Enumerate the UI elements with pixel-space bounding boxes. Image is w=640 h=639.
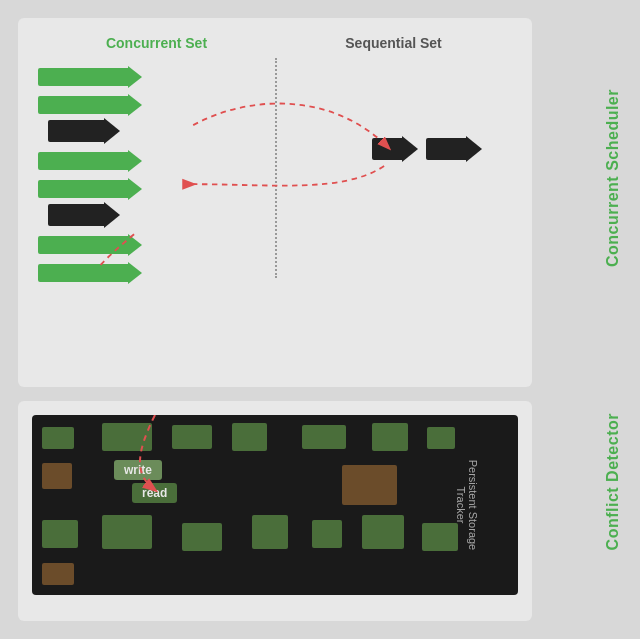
concurrent-scheduler-label: Concurrent Scheduler [604,89,622,287]
conflict-detector-label: Conflict Detector [604,393,622,550]
storage-block-brown-3 [42,563,74,585]
storage-block-4 [232,423,267,451]
black-arrow-right-2 [426,136,482,162]
read-label: read [132,483,177,503]
storage-block-brown-1 [42,463,72,489]
storage-block-7 [427,427,455,449]
main-container: Concurrent Set Sequential Set [0,0,640,639]
black-arrow-1 [48,118,142,144]
storage-block-8 [42,520,78,548]
storage-block-3 [172,425,212,449]
storage-block-1 [42,427,74,449]
green-arrow-2 [38,94,142,116]
sequential-set-label: Sequential Set [345,35,441,51]
storage-block-9 [102,515,152,549]
storage-block-10 [182,523,222,551]
black-arrow-2 [48,202,142,228]
storage-block-13 [362,515,404,549]
bottom-panel: write read Persistent Storage Tracker [18,401,532,621]
storage-block-2 [102,423,152,451]
concurrent-set-label: Concurrent Set [106,35,207,51]
top-panel: Concurrent Set Sequential Set [18,18,532,387]
persistent-storage-label: Persistent Storage Tracker [455,460,479,551]
storage-block-brown-2 [342,465,397,505]
green-arrow-4 [38,178,142,200]
right-labels: Concurrent Scheduler Conflict Detector [532,18,622,621]
storage-block-12 [312,520,342,548]
storage-block-6 [372,423,408,451]
left-panels: Concurrent Set Sequential Set [18,18,532,621]
storage-block-5 [302,425,346,449]
arrows-area [38,66,512,266]
storage-block-11 [252,515,288,549]
green-arrow-5 [38,234,142,256]
green-arrow-3 [38,150,142,172]
black-arrow-right-1 [372,136,418,162]
green-arrow-6 [38,262,142,284]
green-arrow-1 [38,66,142,88]
left-arrows [38,66,142,284]
panel-header: Concurrent Set Sequential Set [38,34,512,52]
write-label: write [114,460,162,480]
storage-area: write read Persistent Storage Tracker [32,415,518,595]
storage-block-14 [422,523,458,551]
right-arrows [372,136,482,162]
